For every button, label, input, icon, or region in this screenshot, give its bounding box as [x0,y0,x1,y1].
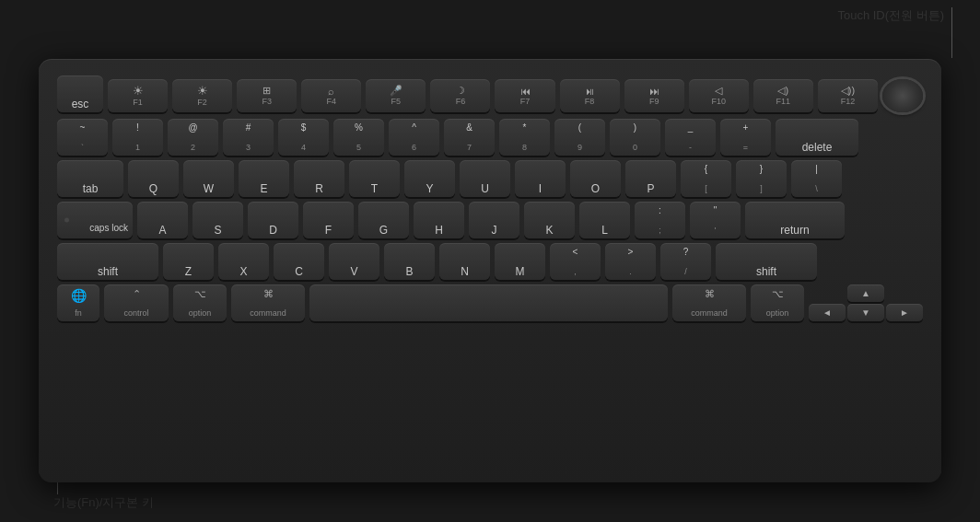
key-period[interactable]: > . [605,243,656,280]
key-bracket-close[interactable]: } ] [736,160,787,197]
key-s[interactable]: S [192,202,243,238]
key-f6[interactable]: ☽ F6 [430,79,490,112]
f8-label: F8 [585,98,595,106]
key-arrow-right[interactable]: ► [886,304,923,321]
key-8[interactable]: * 8 [499,119,550,156]
key-quote[interactable]: " ' [690,202,741,238]
control-label: control [123,308,148,318]
key-w[interactable]: W [183,160,234,197]
key-9[interactable]: ( 9 [554,119,605,156]
key-option-right[interactable]: ⌥ option [751,284,804,321]
esc-label: esc [72,99,89,110]
key-j[interactable]: J [469,202,519,238]
f10-label: F10 [711,98,726,106]
key-command-right[interactable]: ⌘ command [672,284,746,321]
key-2[interactable]: @ 2 [168,119,218,156]
key-shift-right[interactable]: shift [716,243,817,280]
key-tab[interactable]: tab [57,160,123,197]
key-0[interactable]: ) 0 [610,119,660,156]
key-t[interactable]: T [349,160,400,197]
key-f11[interactable]: ◁) F11 [753,79,813,112]
key-f7[interactable]: ⏮ F7 [495,79,554,112]
command-left-label: command [250,308,286,318]
bottom-row: 🌐 fn ⌃ control ⌥ option ⌘ command ⌘ comm… [57,284,923,321]
key-delete[interactable]: delete [776,119,858,156]
key-i[interactable]: I [515,160,566,197]
key-arrow-left[interactable]: ◄ [809,304,846,321]
key-backtick[interactable]: ~ ` [57,119,108,156]
key-c[interactable]: C [274,243,324,280]
key-o[interactable]: O [570,160,621,197]
f11-icon: ◁) [777,85,788,97]
key-f5[interactable]: 🎤 F5 [366,79,426,112]
fn-label: 기능(Fn)/지구본 키 [53,495,154,509]
return-label: return [780,225,809,236]
key-esc[interactable]: esc [57,75,103,112]
key-f9[interactable]: ⏭ F9 [624,79,684,112]
option-right-icon: ⌥ [772,288,784,300]
keyboard: esc ☀ F1 ☀ F2 ⊞ F3 ⌕ F4 🎤 F5 ☽ F6 ⏮ F7 [39,59,941,482]
f3-icon: ⊞ [262,85,271,97]
key-v[interactable]: V [329,243,379,280]
key-control[interactable]: ⌃ control [104,284,169,321]
f4-label: F4 [327,98,337,106]
key-3[interactable]: # 3 [223,119,274,156]
key-p[interactable]: P [625,160,676,197]
key-option-left[interactable]: ⌥ option [173,284,227,321]
key-y[interactable]: Y [404,160,455,197]
key-f12[interactable]: ◁)) F12 [818,79,878,112]
key-k[interactable]: K [524,202,575,238]
f10-icon: ◁ [715,85,722,97]
tab-label: tab [83,183,99,194]
option-left-label: option [189,308,212,318]
key-f8[interactable]: ⏯ F8 [560,79,620,112]
key-f[interactable]: F [303,202,354,238]
key-b[interactable]: B [384,243,435,280]
key-f1[interactable]: ☀ F1 [108,79,168,112]
key-f3[interactable]: ⊞ F3 [237,79,297,112]
key-r[interactable]: R [294,160,344,197]
key-1[interactable]: ! 1 [112,119,163,156]
key-u[interactable]: U [460,160,510,197]
arrow-key-cluster: ▲ ◄ ▼ ► [809,284,923,321]
option-right-label: option [766,308,789,318]
key-equals[interactable]: + = [720,119,771,156]
key-bracket-open[interactable]: { [ [681,160,731,197]
key-semicolon[interactable]: : ; [635,202,685,238]
key-h[interactable]: H [414,202,464,238]
key-a[interactable]: A [137,202,188,238]
key-shift-left[interactable]: shift [57,243,158,280]
touch-id-annotation: Touch ID(전원 버튼) [837,7,952,58]
key-d[interactable]: D [248,202,298,238]
arrow-bottom-row: ◄ ▼ ► [809,304,923,321]
key-l[interactable]: L [579,202,630,238]
key-comma[interactable]: < , [550,243,601,280]
key-z[interactable]: Z [163,243,214,280]
key-command-left[interactable]: ⌘ command [231,284,305,321]
key-5[interactable]: % 5 [333,119,384,156]
key-space[interactable] [309,284,668,321]
globe-icon: 🌐 [71,288,87,303]
key-f2[interactable]: ☀ F2 [172,79,232,112]
key-touch-id[interactable] [882,79,923,112]
key-fn-globe[interactable]: 🌐 fn [57,284,99,321]
key-7[interactable]: & 7 [444,119,495,156]
key-g[interactable]: G [358,202,409,238]
key-arrow-down[interactable]: ▼ [847,304,884,321]
key-return[interactable]: return [745,202,845,238]
key-e[interactable]: E [239,160,289,197]
key-n[interactable]: N [439,243,490,280]
key-backslash[interactable]: | \ [791,160,842,197]
key-x[interactable]: X [218,243,269,280]
key-f10[interactable]: ◁ F10 [689,79,749,112]
key-caps-lock[interactable]: caps lock [57,202,133,238]
key-f4[interactable]: ⌕ F4 [301,79,361,112]
key-q[interactable]: Q [128,160,179,197]
key-slash[interactable]: ? / [660,243,711,280]
key-m[interactable]: M [495,243,545,280]
key-4[interactable]: $ 4 [278,119,329,156]
delete-label: delete [802,142,833,153]
key-6[interactable]: ^ 6 [389,119,439,156]
key-minus[interactable]: _ - [665,119,716,156]
key-arrow-up[interactable]: ▲ [847,284,884,302]
